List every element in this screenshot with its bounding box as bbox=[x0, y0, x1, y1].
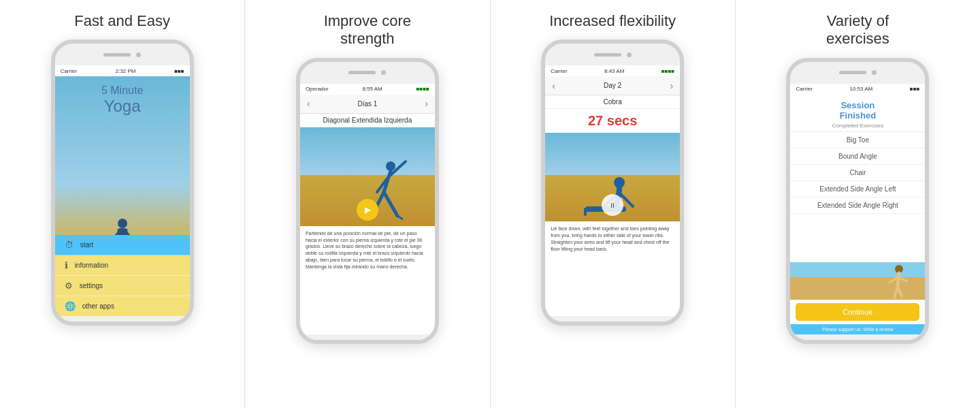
phone-3: Carrier 8:43 AM ■■■■ ‹ Day 2 › Cobra 27 … bbox=[541, 40, 684, 326]
exercise-image-3: ⏸ bbox=[545, 133, 680, 221]
screen-3: Carrier 8:43 AM ■■■■ ‹ Day 2 › Cobra 27 … bbox=[545, 65, 680, 316]
phone-bottom-2 bbox=[300, 334, 435, 340]
session-header: Session Finished Completed Exercises bbox=[790, 95, 925, 132]
support-bar: Please support us: Write a review bbox=[790, 324, 925, 334]
nav-title-3: Day 2 bbox=[604, 82, 621, 89]
phone-top-3 bbox=[545, 44, 680, 65]
time-1: 2:32 PM bbox=[116, 68, 136, 74]
panel-core-strength: Improve core strength Operador 8:55 AM ■… bbox=[245, 0, 490, 408]
exercise-item-3: Extended Side Angle Left bbox=[790, 181, 925, 198]
continue-button[interactable]: Continue bbox=[796, 303, 919, 321]
screen-1: Carrier 2:32 PM ■■■ 5 Minute Yoga bbox=[55, 65, 190, 316]
battery-1: ■■■ bbox=[174, 68, 184, 74]
carrier-2: Operador bbox=[306, 86, 329, 92]
menu-settings-label: settings bbox=[80, 282, 103, 289]
session-finished: Session Finished bbox=[796, 100, 919, 121]
phone-top-1 bbox=[55, 44, 190, 65]
battery-2: ■■■■ bbox=[416, 86, 429, 92]
exercise-name-2: Diagonal Extendida Izquierda bbox=[300, 114, 435, 127]
nav-bar-2: ‹ Días 1 › bbox=[300, 95, 435, 114]
camera-2 bbox=[381, 70, 386, 75]
time-3: 8:43 AM bbox=[604, 68, 624, 74]
menu-start[interactable]: ⏱ start bbox=[55, 235, 190, 255]
speaker-1 bbox=[103, 53, 131, 57]
app-title-line2: Yoga bbox=[101, 97, 143, 116]
carrier-4: Carrier bbox=[796, 86, 812, 92]
nav-title-2: Días 1 bbox=[357, 100, 377, 108]
panel1-title: Fast and Easy bbox=[74, 12, 170, 30]
menu-other-label: other apps bbox=[82, 302, 114, 310]
battery-4: ■■■ bbox=[910, 86, 920, 92]
status-bar-2: Operador 8:55 AM ■■■■ bbox=[300, 84, 435, 95]
menu-start-label: start bbox=[80, 241, 93, 249]
status-bar-4: Carrier 10:53 AM ■■■ bbox=[790, 84, 925, 95]
play-button-2[interactable]: ▶ bbox=[357, 199, 378, 221]
exercise-item-4: Extended Side Angle Right bbox=[790, 198, 925, 214]
time-4: 10:53 AM bbox=[849, 86, 872, 92]
exercise-item-0: Big Toe bbox=[790, 132, 925, 148]
panel2-title: Improve core strength bbox=[324, 12, 411, 48]
panel4-title: Variety of exercises bbox=[826, 12, 889, 48]
battery-3: ■■■■ bbox=[662, 68, 674, 74]
phone-2: Operador 8:55 AM ■■■■ ‹ Días 1 › Diagona… bbox=[296, 58, 439, 344]
phone-top-4 bbox=[790, 62, 925, 84]
app-title-area: 5 Minute Yoga bbox=[101, 76, 143, 116]
menu-other[interactable]: 🌐 other apps bbox=[55, 296, 190, 316]
time-2: 8:55 AM bbox=[362, 86, 382, 92]
camera-3 bbox=[627, 52, 632, 57]
speaker-3 bbox=[594, 53, 621, 57]
svg-point-3 bbox=[614, 177, 625, 188]
nav-right-2[interactable]: › bbox=[425, 98, 428, 109]
menu-area: ⏱ start ℹ information ⚙ settings bbox=[55, 235, 190, 316]
exercise-image-2: ▶ bbox=[300, 127, 435, 226]
thumbnail-4 bbox=[790, 262, 925, 300]
status-bar-3: Carrier 8:43 AM ■■■■ bbox=[545, 65, 680, 76]
status-bar-1: Carrier 2:32 PM ■■■ bbox=[55, 65, 190, 76]
screen1-bg: 5 Minute Yoga bbox=[55, 76, 190, 316]
phone-bottom-4 bbox=[790, 334, 925, 340]
exercise-item-1: Bound Angle bbox=[790, 148, 925, 165]
phone-4: Carrier 10:53 AM ■■■ Session Finished Co… bbox=[786, 58, 929, 344]
speaker-4 bbox=[839, 71, 866, 74]
panel-flexibility: Increased flexibility Carrier 8:43 AM ■■… bbox=[491, 0, 736, 408]
nav-bar-3: ‹ Day 2 › bbox=[545, 76, 680, 95]
exercise-item-2: Chair bbox=[790, 165, 925, 181]
panel-fast-easy: Fast and Easy Carrier 2:32 PM ■■■ 5 Minu… bbox=[0, 0, 245, 408]
menu-settings[interactable]: ⚙ settings bbox=[55, 276, 190, 296]
speaker-2 bbox=[348, 71, 376, 74]
timer-display: 27 secs bbox=[545, 109, 680, 133]
panel3-title: Increased flexibility bbox=[549, 12, 676, 30]
menu-info-label: information bbox=[75, 262, 108, 269]
nav-right-3[interactable]: › bbox=[670, 80, 673, 91]
completed-label: Completed Exercises bbox=[796, 123, 919, 129]
nav-left-2[interactable]: ‹ bbox=[307, 98, 310, 109]
continue-area: Continue bbox=[790, 300, 925, 324]
screen-2: Operador 8:55 AM ■■■■ ‹ Días 1 › Diagona… bbox=[300, 84, 435, 334]
menu-info[interactable]: ℹ information bbox=[55, 255, 190, 276]
phone-bottom-3 bbox=[545, 316, 680, 321]
exercise-desc-2: Partiendo de una posición normal de pie,… bbox=[300, 226, 435, 334]
phone-bottom-1 bbox=[55, 316, 190, 321]
nav-left-3[interactable]: ‹ bbox=[552, 80, 555, 91]
panel-variety: Variety of exercises Carrier 10:53 AM ■■… bbox=[736, 0, 980, 408]
screen-4: Carrier 10:53 AM ■■■ Session Finished Co… bbox=[790, 84, 925, 334]
exercise-desc-3: Lie face down, with feet together and to… bbox=[545, 221, 680, 316]
phone-1: Carrier 2:32 PM ■■■ 5 Minute Yoga bbox=[51, 40, 194, 326]
camera-4 bbox=[872, 70, 877, 75]
svg-point-0 bbox=[118, 219, 127, 228]
app-title-line1: 5 Minute bbox=[101, 84, 143, 97]
camera-1 bbox=[136, 52, 141, 57]
exercise-list: Big Toe Bound Angle Chair Extended Side … bbox=[790, 132, 925, 262]
pause-button-3[interactable]: ⏸ bbox=[602, 194, 623, 216]
exercise-name-3: Cobra bbox=[545, 95, 680, 109]
carrier-1: Carrier bbox=[61, 68, 77, 74]
carrier-3: Carrier bbox=[551, 68, 567, 74]
phone-top-2 bbox=[300, 62, 435, 84]
